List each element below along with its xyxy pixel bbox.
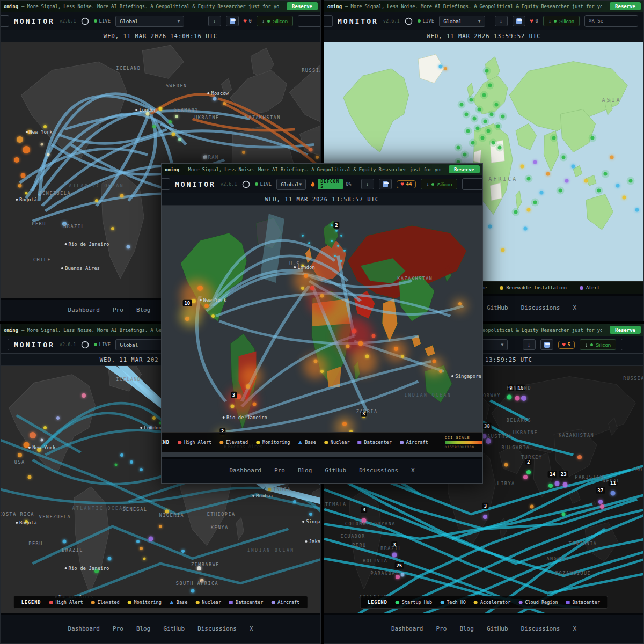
region-select[interactable]: Global▼: [115, 16, 184, 27]
map-label: MOZAMBIQUE: [555, 570, 591, 576]
footer-link[interactable]: Dashboard: [391, 625, 423, 632]
map-label: SOUTH AFRICA: [176, 581, 218, 586]
footer-link[interactable]: Blog: [298, 467, 312, 474]
app-version: v2.6.1: [60, 342, 76, 347]
card-view-button[interactable]: [513, 16, 525, 26]
search-shortcut-button[interactable]: [621, 339, 643, 350]
map-label: KAZAKHSTAN: [397, 276, 433, 281]
chevron-down-icon: ▼: [501, 342, 503, 347]
search-shortcut-button[interactable]: ⌘K Se: [584, 15, 638, 27]
map-label: BOLIVIA: [363, 558, 387, 564]
map-label: ASIA: [602, 97, 621, 103]
footer-link[interactable]: GitHub: [487, 304, 508, 311]
chevron-down-icon: ▼: [177, 19, 180, 24]
banner-brand: oming: [327, 4, 342, 9]
card-view-button[interactable]: [379, 179, 392, 189]
likes-counter[interactable]: ♥0: [530, 18, 538, 24]
live-status: LIVE: [94, 18, 111, 24]
github-icon[interactable]: [242, 180, 250, 188]
likes-counter[interactable]: ♥44: [397, 180, 416, 188]
footer-link[interactable]: Dashboard: [229, 467, 261, 474]
legend-swatch-icon: [229, 601, 233, 604]
map-label: PARAGUAY: [371, 570, 399, 576]
legend-item: Aircraft: [400, 440, 428, 445]
legend-item: Alert: [580, 285, 600, 290]
download-tray-icon: ↓: [548, 18, 551, 24]
reserve-button[interactable]: Reserve: [449, 165, 480, 173]
map-label: ZAMBIA: [356, 409, 378, 414]
github-icon[interactable]: [81, 17, 89, 25]
map-label: BELARUS: [507, 418, 531, 423]
download-button[interactable]: ↓: [361, 179, 374, 189]
toolbar: MONITOR v2.6.1 LIVE Global▼ ↓ ♥0 ↓Silico…: [324, 12, 643, 30]
reserve-button[interactable]: Reserve: [610, 326, 641, 334]
silicon-button[interactable]: ↓Silicon: [580, 339, 616, 350]
footer-link[interactable]: Discussions: [521, 304, 560, 311]
region-select[interactable]: Global▼: [276, 179, 306, 190]
github-icon[interactable]: [405, 17, 413, 25]
footer-link[interactable]: GitHub: [325, 467, 346, 474]
card-view-button[interactable]: [540, 339, 553, 350]
footer-link[interactable]: Dashboard: [68, 306, 100, 313]
map-label: New York: [199, 297, 226, 303]
download-button[interactable]: ↓: [208, 16, 221, 26]
footer-link[interactable]: GitHub: [487, 625, 508, 632]
footer-link[interactable]: GitHub: [163, 625, 185, 632]
footer-link[interactable]: Blog: [136, 306, 151, 313]
legend-swatch-icon: [256, 441, 260, 444]
legend-item: Elevated: [91, 599, 120, 605]
download-button[interactable]: ↓: [495, 16, 508, 26]
footer-link[interactable]: Blog: [459, 625, 474, 632]
search-shortcut-button[interactable]: [462, 178, 482, 190]
window-frame-stub: [162, 178, 170, 190]
cii-scale: CII SCALE DISTRIBUTION: [445, 436, 482, 449]
footer-link[interactable]: Discussions: [359, 467, 398, 474]
map-label: INDIA: [273, 487, 291, 492]
footer-link[interactable]: X: [250, 625, 253, 632]
likes-counter[interactable]: ♥5: [558, 341, 575, 349]
legend-title: LEGEND: [368, 599, 387, 605]
map-label: Singapore: [451, 374, 481, 379]
legend-title: LEGEND: [21, 599, 41, 605]
footer-link[interactable]: Pro: [274, 467, 285, 474]
map-label: USA: [14, 459, 25, 465]
map-label: ANGOLA: [546, 556, 568, 561]
reserve-button[interactable]: Reserve: [287, 2, 318, 10]
world-map[interactable]: 210323 U.S.LondonNew YorkKAZAKHSTANRio d…: [162, 206, 482, 457]
footer-link[interactable]: Pro: [113, 306, 123, 313]
download-button[interactable]: ↓: [523, 339, 536, 350]
card-view-button[interactable]: [226, 16, 239, 26]
footer-link[interactable]: X: [573, 304, 576, 311]
reserve-button[interactable]: Reserve: [610, 2, 641, 10]
footer-link[interactable]: X: [411, 467, 415, 474]
likes-counter[interactable]: ♥0: [244, 18, 252, 24]
github-icon[interactable]: [81, 341, 89, 349]
map-label: Bogotá: [16, 520, 37, 525]
map-label: CHILE: [33, 257, 51, 262]
app-title: MONITOR: [175, 180, 216, 188]
silicon-button[interactable]: ↓Silicon: [543, 16, 580, 26]
map-label: COSTA RICA: [1, 511, 34, 517]
map-label: New York: [25, 129, 52, 135]
map-label: KAZAKHSTAN: [559, 433, 594, 438]
search-shortcut-button[interactable]: [298, 15, 320, 27]
app-title: MONITOR: [14, 17, 55, 25]
map-label: IRAN: [204, 155, 218, 160]
status-dot-icon: [431, 183, 434, 186]
footer-link[interactable]: X: [573, 625, 576, 632]
map-label: TURKEY: [521, 455, 543, 460]
footer-link[interactable]: Pro: [436, 625, 447, 632]
footer-link[interactable]: Discussions: [521, 625, 560, 632]
region-select[interactable]: Global▼: [439, 16, 485, 27]
footer-link[interactable]: Dashboard: [68, 625, 100, 632]
map-label: London: [140, 425, 162, 430]
download-arrow-icon: ↓: [366, 181, 369, 187]
banner-brand: oming: [165, 167, 179, 172]
footer-link[interactable]: Discussions: [197, 625, 237, 632]
app-title: MONITOR: [338, 17, 378, 25]
footer-link[interactable]: Blog: [136, 625, 151, 632]
monitor-window-cii-choropleth: oming — More Signal, Less Noise. More AI…: [161, 163, 483, 484]
silicon-button[interactable]: ↓Silicon: [421, 179, 457, 189]
silicon-button[interactable]: ↓Silicon: [257, 16, 293, 26]
footer-link[interactable]: Pro: [113, 625, 123, 632]
